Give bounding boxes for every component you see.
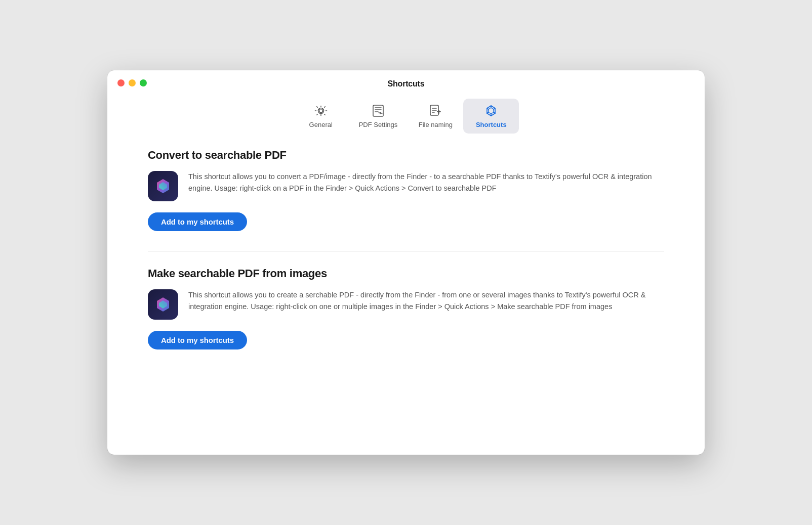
shortcut-description-convert: This shortcut allows you to convert a PD… — [188, 171, 664, 194]
svg-point-0 — [319, 109, 322, 113]
shortcut-section-images: Make searchable PDF from images — [148, 267, 664, 349]
divider — [148, 251, 664, 252]
maximize-button[interactable] — [140, 79, 147, 86]
shortcut-icon-convert — [148, 171, 178, 201]
shortcut-title-images: Make searchable PDF from images — [148, 267, 664, 280]
shortcut-icon-images — [148, 289, 178, 320]
add-shortcut-images-button[interactable]: Add to my shortcuts — [148, 331, 247, 349]
tab-shortcuts[interactable]: Shortcuts — [463, 99, 519, 134]
shortcuts-icon — [484, 104, 498, 118]
tab-shortcuts-label: Shortcuts — [476, 121, 507, 128]
file-naming-icon — [428, 104, 442, 118]
tab-general[interactable]: General — [293, 99, 349, 134]
shortcut-details-images: This shortcut allows you to create a ser… — [148, 289, 664, 320]
add-shortcut-convert-button[interactable]: Add to my shortcuts — [148, 212, 247, 231]
shortcut-title-convert: Convert to searchable PDF — [148, 149, 664, 162]
close-button[interactable] — [117, 79, 125, 86]
shortcut-section-convert: Convert to searchable PDF — [148, 149, 664, 231]
title-bar: Shortcuts — [107, 70, 705, 94]
window-title: Shortcuts — [388, 79, 425, 89]
traffic-lights — [117, 79, 147, 86]
shortcut-details-convert: This shortcut allows you to convert a PD… — [148, 171, 664, 201]
tab-general-label: General — [309, 121, 333, 128]
tab-pdf-settings[interactable]: PDF Settings — [349, 99, 408, 134]
shortcut-description-images: This shortcut allows you to create a ser… — [188, 289, 664, 313]
tab-bar: General PDF Settings — [107, 94, 705, 144]
content-area: Convert to searchable PDF — [107, 144, 705, 390]
svg-rect-2 — [373, 105, 383, 116]
minimize-button[interactable] — [129, 79, 136, 86]
main-window: Shortcuts General — [107, 70, 705, 455]
tab-pdf-settings-label: PDF Settings — [359, 121, 398, 128]
pdf-icon — [371, 104, 385, 118]
tab-file-naming[interactable]: File naming — [408, 99, 463, 134]
gear-icon — [314, 104, 328, 118]
tab-file-naming-label: File naming — [419, 121, 453, 128]
